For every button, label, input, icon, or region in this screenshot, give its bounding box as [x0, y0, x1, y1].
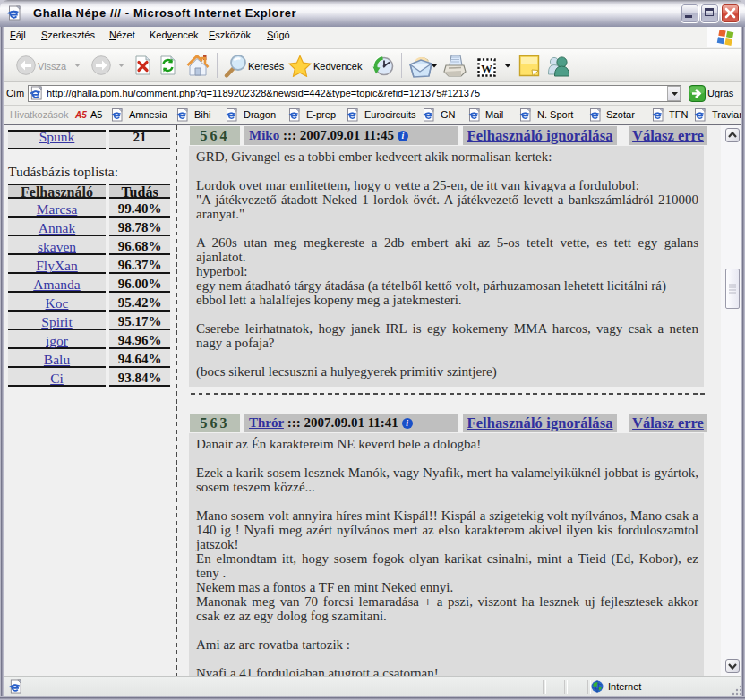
- svg-text:W: W: [481, 62, 492, 75]
